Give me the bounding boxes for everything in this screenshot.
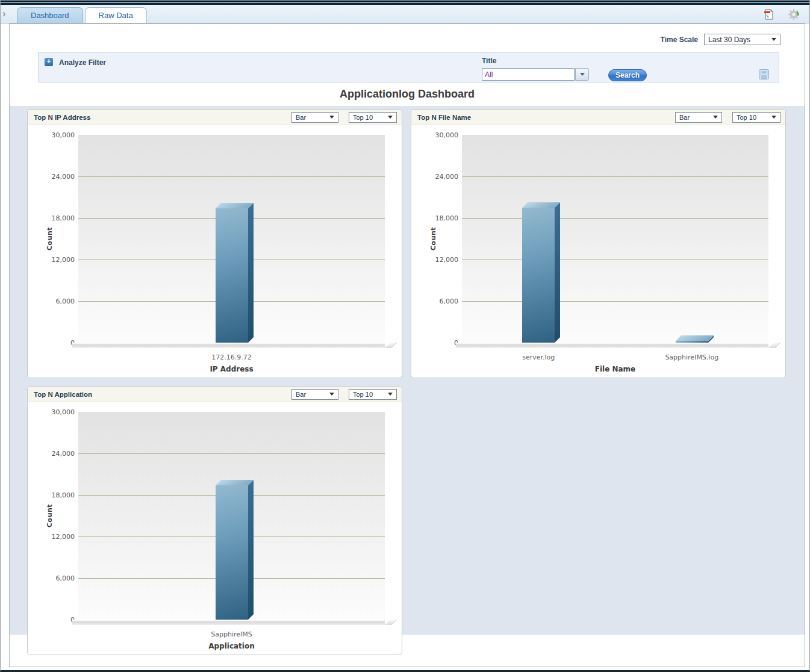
- top-n-select[interactable]: Top 10: [349, 112, 397, 123]
- pdf-export-icon[interactable]: [762, 8, 774, 20]
- bar-side-face: [555, 202, 560, 343]
- time-scale-row: Time Scale Last 30 Days: [10, 34, 805, 45]
- bar-top-face: [216, 480, 254, 485]
- chart-floor-edge: [385, 343, 397, 348]
- y-axis-title: Count: [46, 412, 54, 620]
- top-n-value: Top 10: [353, 391, 373, 398]
- y-axis-title: Count: [46, 135, 54, 343]
- chart-type-select[interactable]: Bar: [291, 389, 338, 400]
- chevron-down-icon: [580, 73, 585, 76]
- bar[interactable]: [676, 341, 708, 343]
- bar[interactable]: [216, 485, 248, 620]
- analyze-filter-label: Analyze Filter: [59, 58, 106, 67]
- chevron-down-icon: [329, 116, 334, 119]
- expand-filter-icon[interactable]: +: [45, 58, 53, 66]
- chart-type-value: Bar: [296, 391, 306, 398]
- chevron-down-icon: [388, 116, 393, 119]
- chevron-down-icon: [388, 393, 393, 396]
- time-scale-select[interactable]: Last 30 Days: [704, 34, 780, 45]
- bar-chart: 06,00012,00018,00024,00030,000Count172.1…: [28, 125, 402, 378]
- title-combobox: All: [482, 68, 589, 81]
- panel-header: Top N File Name Bar Top 10: [411, 110, 785, 125]
- chart-floor-edge: [768, 343, 780, 348]
- tabs: Dashboard Raw Data: [17, 7, 147, 23]
- gridline: [78, 453, 385, 454]
- top-n-select[interactable]: Top 10: [732, 112, 780, 123]
- search-button[interactable]: Search: [608, 69, 647, 81]
- app-window: › Dashboard Raw Data: [0, 0, 810, 672]
- top-banner: [1, 1, 809, 5]
- page-title: Applicationlog Dashboard: [10, 88, 805, 101]
- bar-chart: 06,00012,00018,00024,00030,000Countserve…: [411, 125, 785, 378]
- tab-dashboard-label: Dashboard: [31, 11, 69, 20]
- x-axis-title: File Name: [462, 365, 768, 373]
- chevron-down-icon: [329, 393, 334, 396]
- time-scale-label: Time Scale: [661, 36, 698, 44]
- chart-floor: [72, 620, 385, 625]
- tab-raw-data[interactable]: Raw Data: [85, 7, 147, 23]
- chart-type-select[interactable]: Bar: [291, 112, 338, 123]
- bar-chart: 06,00012,00018,00024,00030,000CountSapph…: [28, 402, 402, 655]
- plot-area: [462, 135, 768, 343]
- chart-type-value: Bar: [679, 114, 690, 121]
- panel-title: Top N Application: [34, 391, 92, 398]
- sidebar-collapse-arrow[interactable]: ›: [2, 8, 6, 20]
- panel-top-n-file-name: Top N File Name Bar Top 10 06,00012,0001…: [411, 109, 786, 378]
- title-combobox-arrow[interactable]: [575, 68, 589, 81]
- chevron-down-icon: [771, 38, 776, 41]
- bar-front-face: [676, 341, 708, 343]
- top-n-select[interactable]: Top 10: [349, 389, 397, 400]
- bar-side-face: [248, 203, 254, 343]
- gridline: [462, 218, 768, 219]
- chart-type-select[interactable]: Bar: [675, 112, 722, 123]
- save-icon[interactable]: [759, 69, 769, 79]
- x-category-label: 172.16.9.72: [172, 353, 292, 361]
- tab-dashboard[interactable]: Dashboard: [17, 7, 83, 23]
- y-axis-title: Count: [429, 135, 437, 343]
- top-n-value: Top 10: [353, 114, 373, 121]
- title-combobox-value[interactable]: All: [482, 68, 575, 81]
- time-scale-value: Last 30 Days: [708, 36, 750, 44]
- chevron-down-icon: [713, 116, 718, 119]
- tab-bar: › Dashboard Raw Data: [1, 5, 809, 23]
- analyze-filter-bar: + Analyze Filter Title All Search: [38, 52, 779, 82]
- panel-header: Top N IP Address Bar Top 10: [28, 110, 402, 125]
- refresh-icon[interactable]: [788, 8, 800, 20]
- bar-front-face: [216, 208, 248, 343]
- bar[interactable]: [522, 208, 555, 343]
- bar-top-face: [522, 202, 560, 208]
- panel-header: Top N Application Bar Top 10: [28, 387, 402, 402]
- panel-title: Top N File Name: [417, 114, 471, 121]
- title-label: Title: [482, 57, 496, 65]
- x-axis-title: Application: [78, 642, 385, 650]
- top-n-value: Top 10: [737, 114, 756, 121]
- bar-front-face: [522, 208, 555, 343]
- chart-type-value: Bar: [296, 114, 306, 121]
- panel-top-n-ip-address: Top N IP Address Bar Top 10 06,00012,000…: [27, 109, 402, 378]
- chart-floor: [456, 343, 768, 348]
- dashboard-area: Top N IP Address Bar Top 10 06,00012,000…: [10, 106, 805, 635]
- gridline: [78, 176, 385, 177]
- toolbar-icons: [762, 8, 800, 23]
- chevron-down-icon: [771, 116, 776, 119]
- bar[interactable]: [216, 208, 248, 343]
- panel-title: Top N IP Address: [34, 114, 90, 121]
- bar-front-face: [216, 485, 248, 620]
- bar-top-face: [216, 203, 254, 208]
- x-axis-title: IP Address: [78, 365, 385, 373]
- gridline: [462, 176, 768, 177]
- gridline: [462, 260, 768, 260]
- chart-floor-edge: [385, 620, 397, 625]
- content-frame: Time Scale Last 30 Days + Analyze Filter…: [9, 23, 805, 667]
- x-category-label: server.log: [478, 353, 599, 361]
- tab-raw-data-label: Raw Data: [99, 11, 133, 20]
- x-category-label: SapphireIMS.log: [632, 353, 752, 361]
- chart-floor: [72, 343, 385, 348]
- gridline: [462, 301, 768, 302]
- bar-side-face: [248, 480, 254, 620]
- x-category-label: SapphireIMS: [172, 630, 292, 638]
- bar-top-face: [676, 335, 714, 341]
- panel-top-n-application: Top N Application Bar Top 10 06,00012,00…: [27, 386, 402, 655]
